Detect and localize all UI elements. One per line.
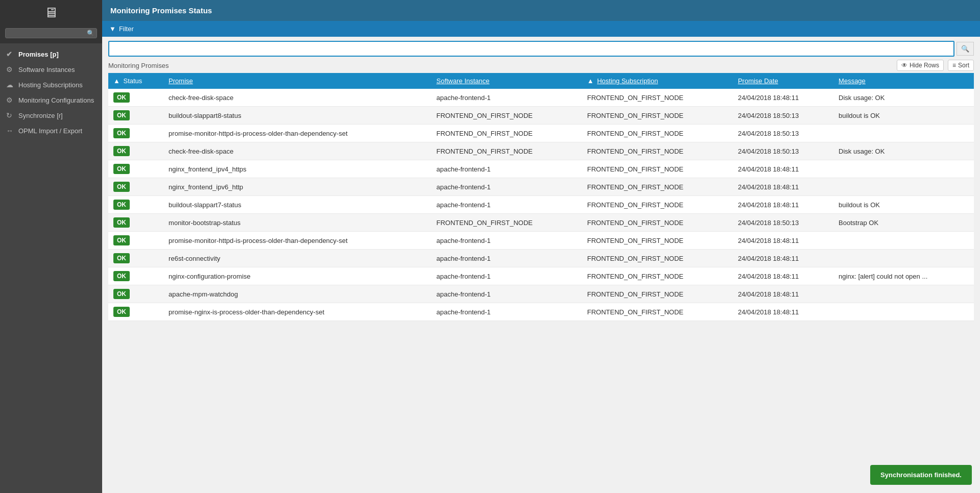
filter-label: Filter [119,25,134,33]
cell-status: OK [108,89,163,107]
hide-rows-button[interactable]: 👁 Hide Rows [897,60,944,71]
promises-table: ▲ Status Promise Software Instance ▲ Hos… [108,73,974,321]
cell-software-instance: apache-frontend-1 [432,250,582,267]
cell-promise-date: 24/04/2018 18:48:11 [733,267,833,285]
cell-message: buildout is OK [833,107,974,125]
search-input[interactable] [108,41,954,57]
sidebar-search-icon: 🔍 [87,30,94,37]
cell-promise-date: 24/04/2018 18:48:11 [733,250,833,267]
sidebar-item-promises[interactable]: ✔ Promises [p] [0,46,102,62]
content-area: 🔍 Monitoring Promises 👁 Hide Rows ≡ Sort [102,37,980,493]
cell-promise: promise-monitor-httpd-is-process-older-t… [163,232,431,250]
sync-toast: Synchronisation finished. [870,465,972,485]
cell-promise: promise-nginx-is-process-older-than-depe… [163,303,431,321]
table-row[interactable]: OK nginx_frontend_ipv6_http apache-front… [108,178,974,196]
cell-message [833,250,974,267]
cell-status: OK [108,160,163,178]
sidebar-search-wrap[interactable]: 🔍 [5,28,97,38]
checkmark-icon: ✔ [6,50,14,58]
eye-icon: 👁 [901,62,907,69]
main-content: Monitoring Promises Status ▼ Filter 🔍 Mo… [102,0,980,493]
status-badge: OK [113,217,130,228]
cell-hosting-subscription: FRONTEND_ON_FIRST_NODE [582,214,733,232]
col-message-label: Message [839,77,866,85]
status-badge: OK [113,235,130,245]
sidebar-search-input[interactable] [8,30,85,37]
col-header-promise[interactable]: Promise [163,73,431,89]
col-header-promise-date[interactable]: Promise Date [733,73,833,89]
cell-status: OK [108,232,163,250]
sidebar-nav: ✔ Promises [p] ⚙ Software Instances ☁ Ho… [0,43,102,141]
col-header-hosting-subscription[interactable]: ▲ Hosting Subscription [582,73,733,89]
status-badge: OK [113,92,130,103]
table-row[interactable]: OK promise-monitor-httpd-is-process-olde… [108,232,974,250]
col-header-software-instance[interactable]: Software Instance [432,73,582,89]
cell-software-instance: FRONTEND_ON_FIRST_NODE [432,107,582,125]
table-row[interactable]: OK check-free-disk-space apache-frontend… [108,89,974,107]
table-toolbar: Monitoring Promises 👁 Hide Rows ≡ Sort [108,60,974,71]
cell-promise: nginx-configuration-promise [163,267,431,285]
table-row[interactable]: OK monitor-bootstrap-status FRONTEND_ON_… [108,214,974,232]
table-row[interactable]: OK re6st-connectivity apache-frontend-1 … [108,250,974,267]
sidebar-item-software-instances[interactable]: ⚙ Software Instances [0,62,102,77]
status-badge: OK [113,146,130,156]
sidebar-item-label-monitoring-configurations: Monitoring Configurations [18,96,94,104]
table-row[interactable]: OK promise-monitor-httpd-is-process-olde… [108,125,974,142]
table-row[interactable]: OK nginx-configuration-promise apache-fr… [108,267,974,285]
status-badge: OK [113,271,130,281]
status-badge: OK [113,253,130,263]
cell-message [833,178,974,196]
cell-software-instance: apache-frontend-1 [432,267,582,285]
sidebar-item-hosting-subscriptions[interactable]: ☁ Hosting Subscriptions [0,77,102,92]
cell-hosting-subscription: FRONTEND_ON_FIRST_NODE [582,107,733,125]
cell-hosting-subscription: FRONTEND_ON_FIRST_NODE [582,250,733,267]
table-row[interactable]: OK nginx_frontend_ipv4_https apache-fron… [108,160,974,178]
sync-icon: ↻ [6,111,14,119]
sort-label: Sort [958,62,969,69]
cell-promise-date: 24/04/2018 18:50:13 [733,142,833,160]
cell-software-instance: apache-frontend-1 [432,196,582,214]
cell-promise: re6st-connectivity [163,250,431,267]
cell-promise: check-free-disk-space [163,89,431,107]
cell-message [833,232,974,250]
cell-software-instance: apache-frontend-1 [432,232,582,250]
sidebar: 🖥 🔍 ✔ Promises [p] ⚙ Software Instances … [0,0,102,493]
cell-hosting-subscription: FRONTEND_ON_FIRST_NODE [582,303,733,321]
table-toolbar-right: 👁 Hide Rows ≡ Sort [897,60,974,71]
hide-rows-label: Hide Rows [910,62,939,69]
table-row[interactable]: OK apache-mpm-watchdog apache-frontend-1… [108,285,974,303]
table-header-row: ▲ Status Promise Software Instance ▲ Hos… [108,73,974,89]
table-row[interactable]: OK promise-nginx-is-process-older-than-d… [108,303,974,321]
page-title: Monitoring Promises Status [102,0,980,21]
search-button[interactable]: 🔍 [957,42,974,56]
sidebar-item-monitoring-configurations[interactable]: ⚙ Monitoring Configurations [0,92,102,108]
col-status-label: Status [124,77,142,85]
sidebar-item-label-synchronize: Synchronize [r] [18,112,63,119]
cell-software-instance: apache-frontend-1 [432,178,582,196]
import-export-icon: ↔ [6,127,14,135]
cell-status: OK [108,285,163,303]
cell-promise-date: 24/04/2018 18:48:11 [733,178,833,196]
cell-software-instance: apache-frontend-1 [432,303,582,321]
sidebar-item-synchronize[interactable]: ↻ Synchronize [r] [0,108,102,123]
col-hosting-subscription-label: Hosting Subscription [597,77,658,85]
col-header-message[interactable]: Message [833,73,974,89]
table-row[interactable]: OK check-free-disk-space FRONTEND_ON_FIR… [108,142,974,160]
cell-promise-date: 24/04/2018 18:50:13 [733,214,833,232]
status-badge: OK [113,110,130,120]
status-badge: OK [113,289,130,299]
sort-button[interactable]: ≡ Sort [948,60,974,71]
filter-bar[interactable]: ▼ Filter [102,21,980,37]
cell-message [833,125,974,142]
table-row[interactable]: OK buildout-slappart7-status apache-fron… [108,196,974,214]
table-row[interactable]: OK buildout-slappart8-status FRONTEND_ON… [108,107,974,125]
cell-promise: buildout-slappart7-status [163,196,431,214]
cell-promise-date: 24/04/2018 18:48:11 [733,232,833,250]
cell-message [833,303,974,321]
col-promise-date-label: Promise Date [738,77,778,85]
status-badge: OK [113,164,130,174]
col-header-status[interactable]: ▲ Status [108,73,163,89]
sidebar-item-opml-import-export[interactable]: ↔ OPML Import / Export [0,123,102,138]
gear-icon: ⚙ [6,96,14,104]
cell-status: OK [108,250,163,267]
